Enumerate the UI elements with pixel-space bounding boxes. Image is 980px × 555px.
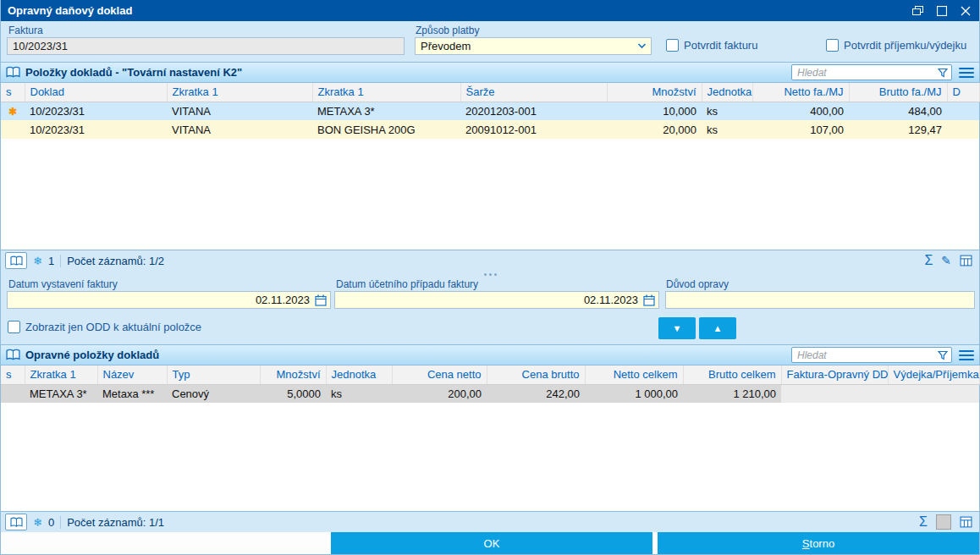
corrections-search-input[interactable] bbox=[797, 349, 934, 361]
cell-nazev: Metaxa *** bbox=[97, 384, 167, 403]
cell-faktura-odd bbox=[781, 384, 888, 403]
payment-method-value: Převodem bbox=[421, 40, 636, 52]
corrections-menu-icon[interactable] bbox=[959, 349, 974, 362]
cell-brutto-celkem: 1 210,00 bbox=[683, 384, 781, 403]
storno-button[interactable]: Storno bbox=[658, 532, 979, 554]
cell-netto-celkem: 1 000,00 bbox=[585, 384, 683, 403]
edit-icon[interactable]: ✎ bbox=[941, 254, 951, 267]
confirm-receipt-label: Potvrdit příjemku/výdejku bbox=[844, 39, 966, 52]
cell-brutto: 484,00 bbox=[849, 102, 947, 120]
col-faktura-odd[interactable]: Faktura-Opravný DD bbox=[781, 365, 888, 384]
payment-method-label: Způsob platby bbox=[416, 25, 479, 36]
col-typ[interactable]: Typ bbox=[167, 365, 260, 384]
footer-bar: OK Storno bbox=[1, 532, 979, 554]
dialog-window: Opravný daňový doklad Faktura 10/2023/31… bbox=[0, 0, 980, 555]
issue-date-label: Datum vystavení faktury bbox=[8, 278, 118, 290]
snowflake-icon: ❄ bbox=[33, 255, 42, 267]
filter-icon[interactable] bbox=[938, 350, 948, 360]
sum-icon[interactable]: Σ bbox=[924, 253, 933, 268]
show-odd-checkbox[interactable] bbox=[8, 321, 20, 333]
col-vydejka[interactable]: Výdejka/Příjemka bbox=[888, 365, 979, 384]
col-jednotka[interactable]: Jednotka bbox=[702, 83, 752, 102]
cell-zkratka1: METAXA 3* bbox=[25, 384, 97, 403]
calendar-icon[interactable] bbox=[315, 294, 327, 306]
col-jednotka[interactable]: Jednotka bbox=[326, 365, 392, 384]
col-s[interactable]: s bbox=[1, 83, 25, 102]
items-search-input[interactable] bbox=[797, 67, 934, 79]
calendar-icon[interactable] bbox=[643, 294, 655, 306]
items-menu-icon[interactable] bbox=[959, 66, 974, 80]
window-title: Opravný daňový doklad bbox=[8, 4, 132, 17]
cell-zkratka1: VITANA bbox=[167, 102, 312, 120]
corrections-header-row: s Zkratka 1 Název Typ Množství Jednotka … bbox=[1, 365, 979, 384]
confirm-invoice-label: Potvrdit fakturu bbox=[684, 39, 757, 52]
col-cena-brutto[interactable]: Cena brutto bbox=[487, 365, 585, 384]
accounting-date-value: 02.11.2023 bbox=[339, 294, 643, 306]
correction-reason-field[interactable] bbox=[665, 291, 975, 309]
close-icon[interactable] bbox=[961, 6, 971, 16]
items-table-empty-area bbox=[1, 139, 979, 250]
accounting-date-label: Datum účetního případu faktury bbox=[336, 278, 478, 290]
col-mnozstvi[interactable]: Množství bbox=[260, 365, 326, 384]
show-odd-checkbox-group: Zobrazit jen ODD k aktuální položce bbox=[8, 321, 201, 333]
title-bar: Opravný daňový doklad bbox=[1, 0, 979, 21]
col-nazev[interactable]: Název bbox=[97, 365, 167, 384]
table-row[interactable]: ✱ 10/2023/31 VITANA METAXA 3* 20201203-0… bbox=[1, 102, 979, 120]
footer-spacer bbox=[1, 532, 326, 554]
confirm-invoice-checkbox[interactable] bbox=[666, 39, 679, 52]
correction-items-title: Opravné položky dokladů bbox=[25, 349, 159, 361]
grid-settings-icon[interactable] bbox=[960, 516, 972, 528]
col-s[interactable]: s bbox=[1, 365, 25, 384]
items-status-actions: Σ ✎ bbox=[924, 253, 972, 268]
maximize-icon[interactable] bbox=[937, 6, 947, 16]
items-status-bar: ❄ 1 Počet záznamů: 1/2 Σ ✎ bbox=[1, 250, 979, 271]
col-brutto[interactable]: Brutto fa./MJ bbox=[849, 83, 947, 102]
col-d[interactable]: D bbox=[947, 83, 979, 102]
splitter-handle[interactable] bbox=[1, 271, 979, 278]
col-cena-netto[interactable]: Cena netto bbox=[392, 365, 487, 384]
col-zkratka1b[interactable]: Zkratka 1 bbox=[312, 83, 460, 102]
ok-button[interactable]: OK bbox=[331, 532, 652, 554]
faktura-label: Faktura bbox=[8, 25, 43, 36]
cell-zkratka1: VITANA bbox=[167, 120, 312, 139]
faktura-value: 10/2023/31 bbox=[13, 40, 68, 52]
cell-typ: Cenový bbox=[167, 384, 260, 403]
payment-method-select[interactable]: Převodem bbox=[415, 37, 652, 55]
ok-button-label: OK bbox=[484, 537, 500, 550]
record-flag-icon: ✱ bbox=[8, 106, 17, 118]
cell-doklad: 10/2023/31 bbox=[25, 120, 167, 139]
restore-icon[interactable] bbox=[912, 6, 923, 16]
col-mnozstvi[interactable]: Množství bbox=[607, 83, 702, 102]
book-view-button[interactable] bbox=[5, 514, 27, 530]
table-row[interactable]: METAXA 3* Metaxa *** Cenový 5,0000 ks 20… bbox=[1, 384, 979, 403]
cell-brutto: 129,47 bbox=[849, 120, 947, 139]
book-view-button[interactable] bbox=[5, 252, 27, 269]
document-items-panel: Položky dokladů - "Tovární nastavení K2"… bbox=[1, 62, 979, 271]
correction-items-panel: Opravné položky dokladů s Zkratka 1 Náze… bbox=[1, 344, 979, 532]
sum-icon[interactable]: Σ bbox=[919, 514, 928, 530]
col-zkratka1[interactable]: Zkratka 1 bbox=[25, 365, 97, 384]
col-doklad[interactable]: Doklad bbox=[25, 83, 167, 102]
issue-date-field[interactable]: 02.11.2023 bbox=[7, 291, 331, 309]
move-down-button[interactable]: ▼ bbox=[658, 317, 696, 339]
top-form: Faktura 10/2023/31 Způsob platby Převode… bbox=[1, 21, 979, 62]
col-netto[interactable]: Netto fa./MJ bbox=[752, 83, 849, 102]
move-up-button[interactable]: ▲ bbox=[699, 317, 736, 339]
table-row[interactable]: 10/2023/31 VITANA BON GEISHA 200G 200910… bbox=[1, 120, 979, 139]
corrections-status-actions: Σ bbox=[919, 514, 972, 530]
accounting-date-field[interactable]: 02.11.2023 bbox=[334, 291, 659, 309]
show-odd-label: Zobrazit jen ODD k aktuální položce bbox=[25, 321, 201, 333]
cell-cena-brutto: 242,00 bbox=[487, 384, 585, 403]
col-brutto-celkem[interactable]: Brutto celkem bbox=[683, 365, 781, 384]
filter-icon[interactable] bbox=[938, 68, 948, 78]
dropdown-arrow-icon[interactable] bbox=[636, 41, 647, 52]
frozen-count: 1 bbox=[48, 255, 54, 267]
col-sarze[interactable]: Šarže bbox=[460, 83, 607, 102]
divider bbox=[60, 516, 61, 529]
document-items-header: Položky dokladů - "Tovární nastavení K2" bbox=[1, 63, 979, 83]
col-zkratka1[interactable]: Zkratka 1 bbox=[167, 83, 312, 102]
col-netto-celkem[interactable]: Netto celkem bbox=[585, 365, 683, 384]
grid-settings-icon[interactable] bbox=[960, 255, 972, 267]
confirm-receipt-checkbox[interactable] bbox=[826, 39, 839, 52]
faktura-field[interactable]: 10/2023/31 bbox=[7, 37, 405, 55]
